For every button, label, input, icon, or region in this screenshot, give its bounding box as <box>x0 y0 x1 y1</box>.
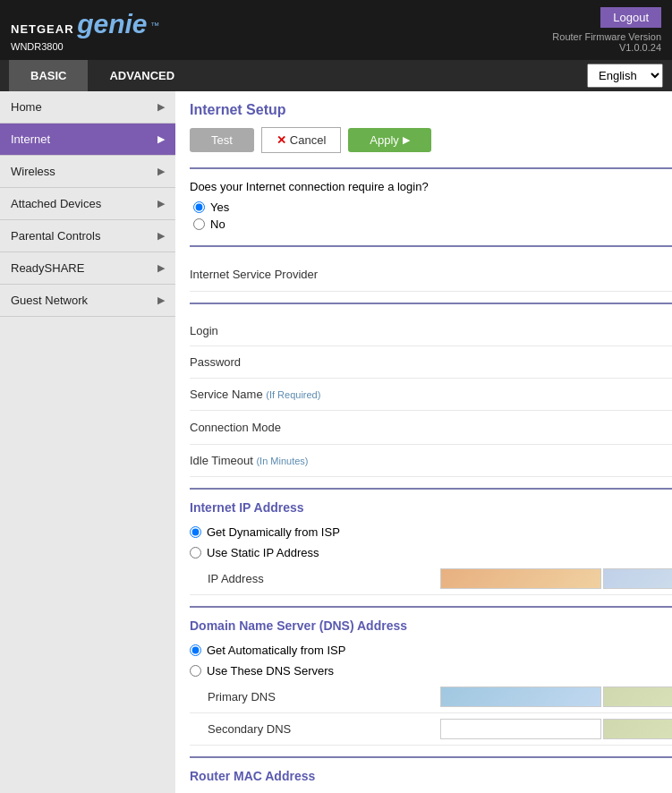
cancel-button[interactable]: ✕ Cancel <box>261 127 341 153</box>
login-no-option[interactable]: No <box>193 217 672 231</box>
login-yes-option[interactable]: Yes <box>193 200 672 214</box>
login-radio-group: Yes No <box>193 200 672 231</box>
language-dropdown[interactable]: English French Spanish German <box>587 64 663 88</box>
chevron-right-icon: ▶ <box>157 262 165 274</box>
apply-button[interactable]: Apply ▶ <box>348 128 431 152</box>
login-yes-label: Yes <box>210 200 229 214</box>
content-area: Internet Setup Test ✕ Cancel Apply ▶ Doe… <box>175 91 672 793</box>
ip-static-option[interactable]: Use Static IP Address <box>190 542 672 563</box>
dns-section-header: Domain Name Server (DNS) Address <box>190 618 672 633</box>
service-name-sublabel: (If Required) <box>266 389 320 400</box>
password-label: Password <box>190 355 440 369</box>
connection-mode-label: Connection Mode <box>190 421 440 434</box>
chevron-right-icon: ▶ <box>157 198 165 209</box>
sidebar-home-label: Home <box>11 100 42 114</box>
isp-label: Internet Service Provider <box>190 268 440 281</box>
connection-mode-control[interactable]: Always On Dial on Demand Manually Connec… <box>440 416 672 439</box>
header-right: Logout Router Firmware Version V1.0.0.24 <box>552 7 661 53</box>
tab-basic[interactable]: BASIC <box>9 60 88 91</box>
primary-dns-octet-1[interactable] <box>440 686 601 707</box>
isp-control[interactable]: PPPoE PPTP L2TP <box>440 263 672 286</box>
dns-auto-label: Get Automatically from ISP <box>207 644 345 657</box>
service-name-control[interactable] <box>440 384 672 405</box>
dns-auto-option[interactable]: Get Automatically from ISP <box>190 640 672 661</box>
secondary-dns-row: Secondary DNS <box>190 713 672 746</box>
ip-dynamic-label: Get Dynamically from ISP <box>207 525 340 539</box>
chevron-right-icon: ▶ <box>157 294 165 306</box>
ip-address-label: IP Address <box>190 572 440 585</box>
apply-label: Apply <box>370 133 399 147</box>
dns-manual-option[interactable]: Use These DNS Servers <box>190 661 672 681</box>
toolbar: Test ✕ Cancel Apply ▶ <box>190 127 672 153</box>
ip-dynamic-option[interactable]: Get Dynamically from ISP <box>190 522 672 542</box>
genie-logo: genie <box>77 9 147 38</box>
idle-timeout-row: Idle Timeout (In Minutes) <box>190 445 672 477</box>
cancel-label: Cancel <box>290 133 326 147</box>
sidebar-readyshare-label: ReadySHARE <box>11 261 84 275</box>
trademark-symbol: ™ <box>150 20 159 30</box>
firmware-version: Router Firmware Version V1.0.0.24 <box>552 31 661 53</box>
sidebar-item-attached-devices[interactable]: Attached Devices ▶ <box>0 188 175 220</box>
idle-timeout-control[interactable] <box>440 450 672 471</box>
dns-manual-radio[interactable] <box>190 665 201 677</box>
sidebar-item-wireless[interactable]: Wireless ▶ <box>0 156 175 188</box>
idle-timeout-sublabel: (In Minutes) <box>256 456 308 466</box>
page-title: Internet Setup <box>190 102 672 118</box>
netgear-logo: NETGEAR <box>11 22 74 36</box>
sidebar-item-parental-controls[interactable]: Parental Controls ▶ <box>0 220 175 252</box>
main-layout: Home ▶ Internet ▶ Wireless ▶ Attached De… <box>0 91 672 793</box>
primary-dns-row: Primary DNS <box>190 681 672 713</box>
primary-dns-label: Primary DNS <box>190 690 440 703</box>
ip-address-control[interactable] <box>440 568 672 589</box>
sidebar-item-guest-network[interactable]: Guest Network ▶ <box>0 285 175 317</box>
login-no-label: No <box>210 217 225 231</box>
sidebar-item-internet[interactable]: Internet ▶ <box>0 124 175 156</box>
ip-octet-2[interactable] <box>603 568 672 589</box>
ip-section-header: Internet IP Address <box>190 500 672 515</box>
login-no-radio[interactable] <box>193 218 205 230</box>
apply-arrow-icon: ▶ <box>403 134 410 146</box>
secondary-dns-octet-2[interactable] <box>603 719 672 739</box>
ip-address-fields <box>440 568 672 589</box>
dns-auto-radio[interactable] <box>190 644 201 656</box>
ip-octet-1[interactable] <box>440 568 601 589</box>
login-question: Does your Internet connection require a … <box>190 180 672 193</box>
service-name-label: Service Name (If Required) <box>190 388 440 401</box>
model-label: WNDR3800 <box>11 41 159 52</box>
login-row: Login <box>190 315 672 346</box>
x-icon: ✕ <box>276 133 286 147</box>
test-button[interactable]: Test <box>190 128 254 152</box>
service-name-row: Service Name (If Required) <box>190 379 672 411</box>
secondary-dns-fields <box>440 719 672 739</box>
mac-section-header: Router MAC Address <box>190 769 672 783</box>
secondary-dns-octet-1[interactable] <box>440 719 601 739</box>
nav-tabs: BASIC ADVANCED English French Spanish Ge… <box>0 60 672 91</box>
ip-address-row: IP Address <box>190 563 672 595</box>
chevron-right-icon: ▶ <box>157 133 165 145</box>
primary-dns-control[interactable] <box>440 686 672 707</box>
chevron-right-icon: ▶ <box>157 166 165 177</box>
primary-dns-octet-2[interactable] <box>603 686 672 707</box>
password-control[interactable] <box>440 352 672 372</box>
login-label: Login <box>190 324 440 337</box>
language-selector[interactable]: English French Spanish German <box>587 64 663 88</box>
connection-mode-row: Connection Mode Always On Dial on Demand… <box>190 411 672 445</box>
tab-advanced[interactable]: ADVANCED <box>88 60 196 91</box>
dns-manual-label: Use These DNS Servers <box>207 664 334 678</box>
idle-timeout-label: Idle Timeout (In Minutes) <box>190 454 440 467</box>
login-control[interactable] <box>440 320 672 340</box>
sidebar-attached-label: Attached Devices <box>11 197 101 210</box>
sidebar-internet-label: Internet <box>11 132 50 146</box>
sidebar-parental-label: Parental Controls <box>11 229 100 243</box>
login-question-section: Does your Internet connection require a … <box>190 180 672 231</box>
login-yes-radio[interactable] <box>193 201 205 213</box>
secondary-dns-control[interactable] <box>440 719 672 739</box>
ip-dynamic-radio[interactable] <box>190 526 201 538</box>
header: NETGEAR genie ™ WNDR3800 Logout Router F… <box>0 0 672 60</box>
sidebar-item-home[interactable]: Home ▶ <box>0 91 175 124</box>
primary-dns-fields <box>440 686 672 707</box>
ip-static-radio[interactable] <box>190 547 201 559</box>
logout-button[interactable]: Logout <box>600 7 661 28</box>
sidebar-item-readyshare[interactable]: ReadySHARE ▶ <box>0 252 175 285</box>
sidebar-guest-label: Guest Network <box>11 294 88 307</box>
